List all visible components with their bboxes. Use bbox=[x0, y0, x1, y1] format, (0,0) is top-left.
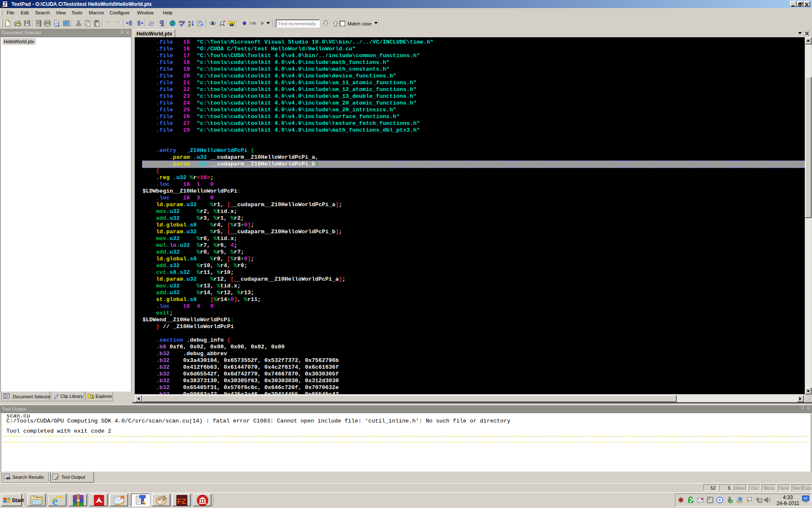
svg-text:FZ: FZ bbox=[177, 497, 186, 505]
svg-text:ABC: ABC bbox=[178, 20, 186, 24]
svg-text:Z: Z bbox=[188, 23, 191, 27]
